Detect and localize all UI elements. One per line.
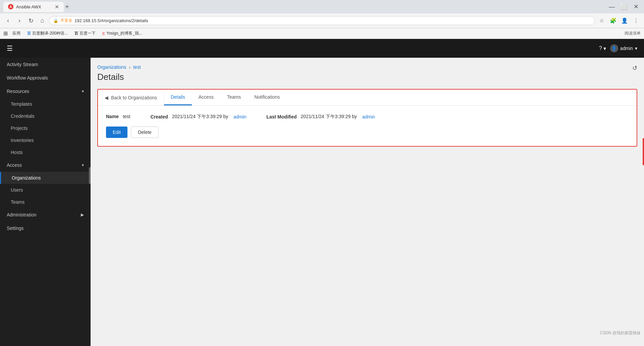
hamburger-menu[interactable]: ☰ [7,44,13,52]
sidebar-item-activity-stream[interactable]: Activity Stream [0,58,91,71]
sidebar-access-header[interactable]: Access ▾ [0,158,91,172]
tab-teams-label: Teams [227,94,241,100]
last-modified-by-link[interactable]: admin [362,114,375,119]
user-profile-button[interactable]: 👤 [620,16,629,26]
users-label: Users [11,187,23,193]
tab-notifications[interactable]: Notifications [248,90,286,105]
sidebar-access-section: Access ▾ Organizations Users Teams [0,158,91,208]
sidebar-item-teams[interactable]: Teams [0,196,91,208]
teams-label: Teams [11,199,24,205]
security-warning: 不安全 [60,18,72,23]
last-modified-label: Last Modified [266,114,297,119]
minimize-button[interactable]: — [607,2,616,11]
bookmarks-bar: ⊞ 应用 百 百度翻译-200种语... 百 百度一下 C Yosigo_的博客… [0,28,644,39]
delete-button[interactable]: Delete [131,127,158,138]
resources-label: Resources [7,89,29,94]
details-content: Name test Created 2021/11/24 下午3:39:29 b… [98,106,637,146]
address-bar[interactable]: 🔒 不安全 192.168.15.5/#/organizations/2/det… [49,16,595,25]
help-button[interactable]: ? ▾ [599,45,606,52]
bookmark-apps[interactable]: 应用 [10,30,22,37]
browser-tab[interactable]: A Ansible AWX ✕ [3,2,64,12]
workflow-approvals-label: Workflow Approvals [7,75,48,81]
tab-nav: ◀ Back to Organizations Details Access T… [98,90,637,106]
reload-button[interactable]: ↻ [26,16,36,26]
sidebar: Activity Stream Workflow Approvals Resou… [0,58,91,346]
activity-stream-label: Activity Stream [7,62,38,67]
projects-label: Projects [11,126,28,131]
main-content: Organizations › test Details ↺ ◀ Back to… [91,58,644,346]
topnav-right: ? ▾ 👤 admin ▾ [599,44,637,52]
settings-label: Settings [7,226,24,231]
maximize-button[interactable]: ⬜ [619,2,629,11]
last-modified-value: 2021/11/24 下午3:39:29 by [301,114,357,120]
breadcrumb-organizations-link[interactable]: Organizations [97,64,126,70]
breadcrumb-separator: › [129,64,130,70]
forward-button[interactable]: › [15,16,24,26]
sidebar-item-templates[interactable]: Templates [0,98,91,110]
tab-access[interactable]: Access [192,90,220,105]
bookmark-apps-label: 应用 [12,31,20,36]
bookmark-baidu-translate[interactable]: 百 百度翻译-200种语... [25,30,70,37]
tab-details[interactable]: Details [164,90,192,105]
question-icon: ? [599,45,602,51]
sidebar-resources-header[interactable]: Resources ▾ [0,85,91,98]
back-to-organizations-label: Back to Organizations [111,95,157,100]
home-button[interactable]: ⌂ [38,16,47,26]
sidebar-administration-section: Administration ▶ [0,208,91,221]
app-topnav: ☰ ? ▾ 👤 admin ▾ [0,39,644,58]
breadcrumb: Organizations › test [97,64,637,70]
name-value: test [123,114,130,119]
access-chevron: ▾ [82,163,84,167]
sidebar-item-credentials[interactable]: Credentials [0,110,91,122]
sidebar-item-projects[interactable]: Projects [0,122,91,134]
browser-titlebar: A Ansible AWX ✕ + — ⬜ ✕ [0,0,644,13]
created-by-link[interactable]: admin [233,114,246,119]
bookmark-baidu-label: 百度一下 [79,31,96,36]
sidebar-administration-header[interactable]: Administration ▶ [0,208,91,221]
edit-button[interactable]: Edit [106,127,127,138]
sidebar-item-organizations[interactable]: Organizations [0,172,91,184]
close-window-button[interactable]: ✕ [631,2,641,11]
csdn-watermark: CSDN @我的紫霞辣妹 [600,330,641,336]
bookmark-yosigo[interactable]: C Yosigo_的博客_我... [100,30,144,37]
menu-button[interactable]: ⋮ [631,16,641,26]
name-label: Name [106,114,119,119]
created-value: 2021/11/24 下午3:39:29 by [172,114,228,120]
user-avatar: 👤 [610,44,618,52]
help-chevron: ▾ [603,45,606,52]
back-arrow-icon: ◀ [105,95,108,100]
tab-favicon: A [8,4,13,9]
back-button[interactable]: ‹ [3,16,13,26]
sidebar-resources-section: Resources ▾ Templates Credentials Projec… [0,85,91,158]
sidebar-item-settings[interactable]: Settings [0,221,91,235]
sidebar-item-hosts[interactable]: Hosts [0,146,91,158]
extensions-button[interactable]: 🧩 [608,16,618,26]
sidebar-item-workflow-approvals[interactable]: Workflow Approvals [0,71,91,85]
last-modified-field: Last Modified 2021/11/24 下午3:39:29 by ad… [266,114,375,120]
sidebar-settings-section: Settings [0,221,91,235]
tab-card: ◀ Back to Organizations Details Access T… [97,89,637,147]
credentials-label: Credentials [11,113,35,119]
new-tab-button[interactable]: + [65,3,69,11]
tab-teams[interactable]: Teams [220,90,248,105]
sidebar-item-users[interactable]: Users [0,184,91,196]
administration-chevron: ▶ [81,212,84,217]
user-label: admin [620,46,633,51]
bookmark-baidu[interactable]: 百 百度一下 [72,30,98,37]
back-to-organizations-button[interactable]: ◀ Back to Organizations [98,90,164,105]
tab-close-button[interactable]: ✕ [55,4,59,10]
bookmark-yosigo-label: Yosigo_的博客_我... [106,31,142,36]
tab-details-label: Details [171,94,185,100]
refresh-button[interactable]: ↺ [632,64,637,72]
organizations-label: Organizations [12,175,41,181]
administration-label: Administration [7,212,37,217]
app-body: Activity Stream Workflow Approvals Resou… [0,58,644,346]
user-chevron: ▾ [635,46,637,51]
breadcrumb-current: test [133,64,141,70]
user-menu[interactable]: 👤 admin ▾ [610,44,637,52]
sidebar-item-inventories[interactable]: Inventories [0,134,91,146]
address-text: 192.168.15.5/#/organizations/2/details [74,18,591,23]
bookmark-baidu-translate-label: 百度翻译-200种语... [32,31,68,36]
bookmark-button[interactable]: ☆ [597,16,606,26]
action-buttons: Edit Delete [106,127,629,138]
